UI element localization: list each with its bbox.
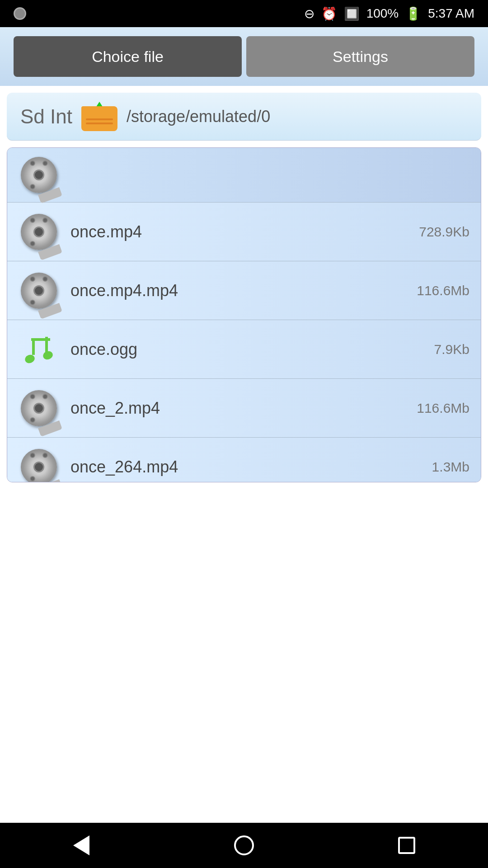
file-info: once_264.mp4 1.3Mb [70, 458, 469, 476]
file-name: once.mp4.mp4 [70, 281, 178, 300]
file-size: 728.9Kb [419, 224, 469, 240]
film-reel-icon [21, 214, 57, 250]
list-item[interactable]: once.mp4.mp4 116.6Mb [7, 261, 481, 320]
home-button[interactable] [230, 832, 258, 859]
file-size: 1.3Mb [432, 459, 469, 475]
battery-text: 100% [366, 6, 399, 21]
back-triangle-icon [73, 835, 89, 855]
storage-path: /storage/emulated/0 [127, 107, 270, 126]
film-reel-icon [21, 390, 57, 426]
minus-icon: ⊖ [304, 6, 314, 21]
file-type-icon [19, 273, 59, 309]
time-text: 5:37 AM [428, 6, 474, 21]
tab-choice-file[interactable]: Choice file [14, 36, 242, 77]
file-size: 7.9Kb [434, 342, 469, 357]
file-type-icon [19, 390, 59, 426]
status-bar: ⊖ ⏰ 🔲 100% 🔋 5:37 AM [0, 0, 488, 27]
list-item[interactable]: once.ogg 7.9Kb [7, 320, 481, 379]
sd-label: Sd Int [20, 105, 72, 128]
main-content: Choice file Settings Sd Int /storage/emu… [0, 27, 488, 823]
camera-indicator [14, 7, 26, 20]
list-item[interactable]: once_2.mp4 116.6Mb [7, 379, 481, 438]
file-size: 116.6Mb [417, 283, 469, 298]
recents-square-icon [398, 837, 415, 854]
file-info: once_2.mp4 116.6Mb [70, 399, 469, 418]
film-reel-icon [21, 273, 57, 309]
file-name: once_264.mp4 [70, 458, 178, 476]
file-type-icon [19, 449, 59, 482]
file-name: once.mp4 [70, 222, 142, 241]
empty-area [0, 489, 488, 823]
sim-icon: 🔲 [344, 6, 360, 21]
file-name: once_2.mp4 [70, 399, 160, 418]
folder-upload-icon [81, 102, 117, 131]
file-type-icon [19, 214, 59, 250]
music-note-icon [21, 331, 57, 368]
file-type-icon [19, 157, 59, 193]
status-left [14, 7, 26, 20]
list-item[interactable]: once.mp4 728.9Kb [7, 203, 481, 261]
tab-bar: Choice file Settings [0, 27, 488, 86]
file-name: once.ogg [70, 340, 137, 359]
storage-bar[interactable]: Sd Int /storage/emulated/0 [7, 93, 481, 141]
film-reel-icon [21, 449, 57, 482]
file-list: once.mp4 728.9Kb once.mp4.mp4 [7, 147, 481, 482]
tab-settings[interactable]: Settings [246, 36, 474, 77]
file-size: 116.6Mb [417, 401, 469, 416]
battery-icon: 🔋 [405, 6, 421, 21]
recents-button[interactable] [393, 832, 420, 859]
home-circle-icon [234, 835, 254, 855]
film-reel-icon [21, 157, 57, 193]
file-info: once.mp4 728.9Kb [70, 222, 469, 241]
alarm-icon: ⏰ [321, 6, 337, 21]
list-item[interactable] [7, 148, 481, 203]
bottom-nav [0, 823, 488, 868]
back-button[interactable] [68, 832, 95, 859]
file-info: once.ogg 7.9Kb [70, 340, 469, 359]
file-info: once.mp4.mp4 116.6Mb [70, 281, 469, 300]
status-right: ⊖ ⏰ 🔲 100% 🔋 5:37 AM [304, 6, 474, 21]
list-item[interactable]: once_264.mp4 1.3Mb [7, 438, 481, 482]
file-type-icon [19, 331, 59, 368]
